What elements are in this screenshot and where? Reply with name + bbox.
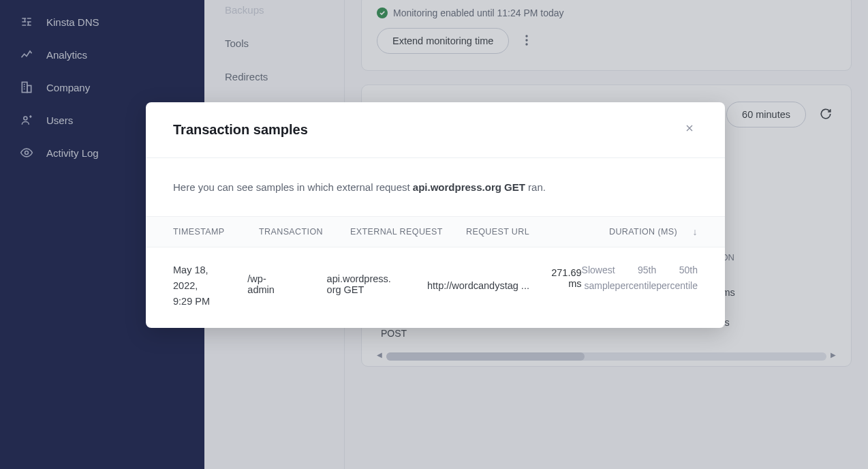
col-header-timestamp[interactable]: TIMESTAMP [173,227,259,237]
cell-duration: 271.69 ms Slowest sample 95th percentile… [551,262,698,294]
cell-request-url: http://wordcandystag ... [427,262,551,291]
modal-description: Here you can see samples in which extern… [146,158,725,216]
col-header-external-request[interactable]: EXTERNAL REQUEST [350,227,466,237]
transaction-samples-modal: Transaction samples Here you can see sam… [146,102,725,328]
col-header-transaction[interactable]: TRANSACTION [259,227,350,237]
col-header-duration[interactable]: DURATION (MS) ↓ [609,226,698,237]
modal-table-header: TIMESTAMP TRANSACTION EXTERNAL REQUEST R… [146,216,725,247]
modal-table-row[interactable]: May 18, 2022, 9:29 PM /wp- admin api.wor… [146,247,725,328]
cell-transaction: /wp- admin [247,262,326,295]
close-button[interactable] [681,120,698,140]
cell-timestamp: May 18, 2022, 9:29 PM [173,262,247,310]
col-header-request-url[interactable]: REQUEST URL [466,227,609,237]
cell-external-request: api.wordpress. org GET [327,262,427,295]
modal-title: Transaction samples [173,122,308,138]
sort-descending-icon: ↓ [693,226,698,237]
